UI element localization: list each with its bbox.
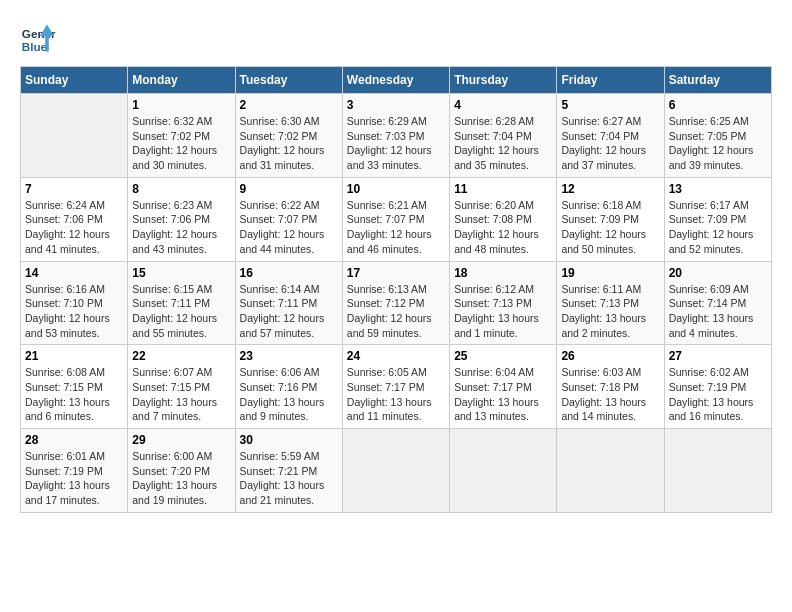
calendar-week-row: 28Sunrise: 6:01 AM Sunset: 7:19 PM Dayli… xyxy=(21,429,772,513)
day-info: Sunrise: 6:05 AM Sunset: 7:17 PM Dayligh… xyxy=(347,365,445,424)
calendar-cell: 13Sunrise: 6:17 AM Sunset: 7:09 PM Dayli… xyxy=(664,177,771,261)
day-number: 14 xyxy=(25,266,123,280)
calendar-cell: 21Sunrise: 6:08 AM Sunset: 7:15 PM Dayli… xyxy=(21,345,128,429)
day-info: Sunrise: 6:08 AM Sunset: 7:15 PM Dayligh… xyxy=(25,365,123,424)
page-header: General Blue xyxy=(20,20,772,56)
day-info: Sunrise: 6:21 AM Sunset: 7:07 PM Dayligh… xyxy=(347,198,445,257)
day-number: 7 xyxy=(25,182,123,196)
day-number: 20 xyxy=(669,266,767,280)
day-number: 6 xyxy=(669,98,767,112)
day-number: 30 xyxy=(240,433,338,447)
day-number: 17 xyxy=(347,266,445,280)
calendar-cell xyxy=(342,429,449,513)
logo: General Blue xyxy=(20,20,60,56)
calendar-cell: 30Sunrise: 5:59 AM Sunset: 7:21 PM Dayli… xyxy=(235,429,342,513)
day-number: 10 xyxy=(347,182,445,196)
weekday-header-row: SundayMondayTuesdayWednesdayThursdayFrid… xyxy=(21,67,772,94)
day-info: Sunrise: 6:25 AM Sunset: 7:05 PM Dayligh… xyxy=(669,114,767,173)
day-number: 26 xyxy=(561,349,659,363)
day-info: Sunrise: 6:04 AM Sunset: 7:17 PM Dayligh… xyxy=(454,365,552,424)
calendar-cell: 3Sunrise: 6:29 AM Sunset: 7:03 PM Daylig… xyxy=(342,94,449,178)
calendar-cell: 25Sunrise: 6:04 AM Sunset: 7:17 PM Dayli… xyxy=(450,345,557,429)
weekday-header: Tuesday xyxy=(235,67,342,94)
calendar-body: 1Sunrise: 6:32 AM Sunset: 7:02 PM Daylig… xyxy=(21,94,772,513)
day-info: Sunrise: 6:11 AM Sunset: 7:13 PM Dayligh… xyxy=(561,282,659,341)
day-info: Sunrise: 6:07 AM Sunset: 7:15 PM Dayligh… xyxy=(132,365,230,424)
calendar-table: SundayMondayTuesdayWednesdayThursdayFrid… xyxy=(20,66,772,513)
calendar-cell: 4Sunrise: 6:28 AM Sunset: 7:04 PM Daylig… xyxy=(450,94,557,178)
calendar-cell: 7Sunrise: 6:24 AM Sunset: 7:06 PM Daylig… xyxy=(21,177,128,261)
calendar-week-row: 14Sunrise: 6:16 AM Sunset: 7:10 PM Dayli… xyxy=(21,261,772,345)
day-info: Sunrise: 6:09 AM Sunset: 7:14 PM Dayligh… xyxy=(669,282,767,341)
day-info: Sunrise: 6:28 AM Sunset: 7:04 PM Dayligh… xyxy=(454,114,552,173)
day-number: 13 xyxy=(669,182,767,196)
calendar-cell: 15Sunrise: 6:15 AM Sunset: 7:11 PM Dayli… xyxy=(128,261,235,345)
logo-icon: General Blue xyxy=(20,20,56,56)
calendar-cell xyxy=(557,429,664,513)
calendar-week-row: 1Sunrise: 6:32 AM Sunset: 7:02 PM Daylig… xyxy=(21,94,772,178)
day-number: 16 xyxy=(240,266,338,280)
calendar-cell: 1Sunrise: 6:32 AM Sunset: 7:02 PM Daylig… xyxy=(128,94,235,178)
day-info: Sunrise: 6:18 AM Sunset: 7:09 PM Dayligh… xyxy=(561,198,659,257)
weekday-header: Thursday xyxy=(450,67,557,94)
day-number: 11 xyxy=(454,182,552,196)
day-info: Sunrise: 6:00 AM Sunset: 7:20 PM Dayligh… xyxy=(132,449,230,508)
day-number: 24 xyxy=(347,349,445,363)
weekday-header: Sunday xyxy=(21,67,128,94)
calendar-cell: 22Sunrise: 6:07 AM Sunset: 7:15 PM Dayli… xyxy=(128,345,235,429)
calendar-cell: 8Sunrise: 6:23 AM Sunset: 7:06 PM Daylig… xyxy=(128,177,235,261)
day-number: 28 xyxy=(25,433,123,447)
svg-text:Blue: Blue xyxy=(22,40,48,53)
weekday-header: Monday xyxy=(128,67,235,94)
calendar-week-row: 7Sunrise: 6:24 AM Sunset: 7:06 PM Daylig… xyxy=(21,177,772,261)
day-info: Sunrise: 6:22 AM Sunset: 7:07 PM Dayligh… xyxy=(240,198,338,257)
day-info: Sunrise: 6:20 AM Sunset: 7:08 PM Dayligh… xyxy=(454,198,552,257)
day-number: 8 xyxy=(132,182,230,196)
day-info: Sunrise: 6:01 AM Sunset: 7:19 PM Dayligh… xyxy=(25,449,123,508)
day-number: 23 xyxy=(240,349,338,363)
day-number: 12 xyxy=(561,182,659,196)
day-number: 27 xyxy=(669,349,767,363)
day-number: 29 xyxy=(132,433,230,447)
calendar-cell: 6Sunrise: 6:25 AM Sunset: 7:05 PM Daylig… xyxy=(664,94,771,178)
day-number: 21 xyxy=(25,349,123,363)
calendar-cell: 18Sunrise: 6:12 AM Sunset: 7:13 PM Dayli… xyxy=(450,261,557,345)
day-number: 18 xyxy=(454,266,552,280)
calendar-cell: 11Sunrise: 6:20 AM Sunset: 7:08 PM Dayli… xyxy=(450,177,557,261)
day-info: Sunrise: 6:27 AM Sunset: 7:04 PM Dayligh… xyxy=(561,114,659,173)
day-number: 1 xyxy=(132,98,230,112)
day-number: 2 xyxy=(240,98,338,112)
day-info: Sunrise: 6:24 AM Sunset: 7:06 PM Dayligh… xyxy=(25,198,123,257)
calendar-week-row: 21Sunrise: 6:08 AM Sunset: 7:15 PM Dayli… xyxy=(21,345,772,429)
calendar-cell: 14Sunrise: 6:16 AM Sunset: 7:10 PM Dayli… xyxy=(21,261,128,345)
calendar-cell: 12Sunrise: 6:18 AM Sunset: 7:09 PM Dayli… xyxy=(557,177,664,261)
weekday-header: Saturday xyxy=(664,67,771,94)
calendar-cell: 17Sunrise: 6:13 AM Sunset: 7:12 PM Dayli… xyxy=(342,261,449,345)
day-number: 4 xyxy=(454,98,552,112)
day-info: Sunrise: 6:17 AM Sunset: 7:09 PM Dayligh… xyxy=(669,198,767,257)
day-info: Sunrise: 5:59 AM Sunset: 7:21 PM Dayligh… xyxy=(240,449,338,508)
day-info: Sunrise: 6:14 AM Sunset: 7:11 PM Dayligh… xyxy=(240,282,338,341)
calendar-cell xyxy=(21,94,128,178)
day-info: Sunrise: 6:06 AM Sunset: 7:16 PM Dayligh… xyxy=(240,365,338,424)
day-number: 19 xyxy=(561,266,659,280)
calendar-cell: 27Sunrise: 6:02 AM Sunset: 7:19 PM Dayli… xyxy=(664,345,771,429)
calendar-cell: 10Sunrise: 6:21 AM Sunset: 7:07 PM Dayli… xyxy=(342,177,449,261)
day-number: 5 xyxy=(561,98,659,112)
calendar-cell: 9Sunrise: 6:22 AM Sunset: 7:07 PM Daylig… xyxy=(235,177,342,261)
day-info: Sunrise: 6:30 AM Sunset: 7:02 PM Dayligh… xyxy=(240,114,338,173)
day-info: Sunrise: 6:32 AM Sunset: 7:02 PM Dayligh… xyxy=(132,114,230,173)
day-info: Sunrise: 6:13 AM Sunset: 7:12 PM Dayligh… xyxy=(347,282,445,341)
calendar-cell: 2Sunrise: 6:30 AM Sunset: 7:02 PM Daylig… xyxy=(235,94,342,178)
calendar-cell: 28Sunrise: 6:01 AM Sunset: 7:19 PM Dayli… xyxy=(21,429,128,513)
day-info: Sunrise: 6:23 AM Sunset: 7:06 PM Dayligh… xyxy=(132,198,230,257)
calendar-cell: 20Sunrise: 6:09 AM Sunset: 7:14 PM Dayli… xyxy=(664,261,771,345)
day-info: Sunrise: 6:12 AM Sunset: 7:13 PM Dayligh… xyxy=(454,282,552,341)
day-info: Sunrise: 6:03 AM Sunset: 7:18 PM Dayligh… xyxy=(561,365,659,424)
day-info: Sunrise: 6:02 AM Sunset: 7:19 PM Dayligh… xyxy=(669,365,767,424)
day-info: Sunrise: 6:16 AM Sunset: 7:10 PM Dayligh… xyxy=(25,282,123,341)
calendar-cell: 5Sunrise: 6:27 AM Sunset: 7:04 PM Daylig… xyxy=(557,94,664,178)
day-info: Sunrise: 6:15 AM Sunset: 7:11 PM Dayligh… xyxy=(132,282,230,341)
day-number: 22 xyxy=(132,349,230,363)
calendar-cell: 16Sunrise: 6:14 AM Sunset: 7:11 PM Dayli… xyxy=(235,261,342,345)
